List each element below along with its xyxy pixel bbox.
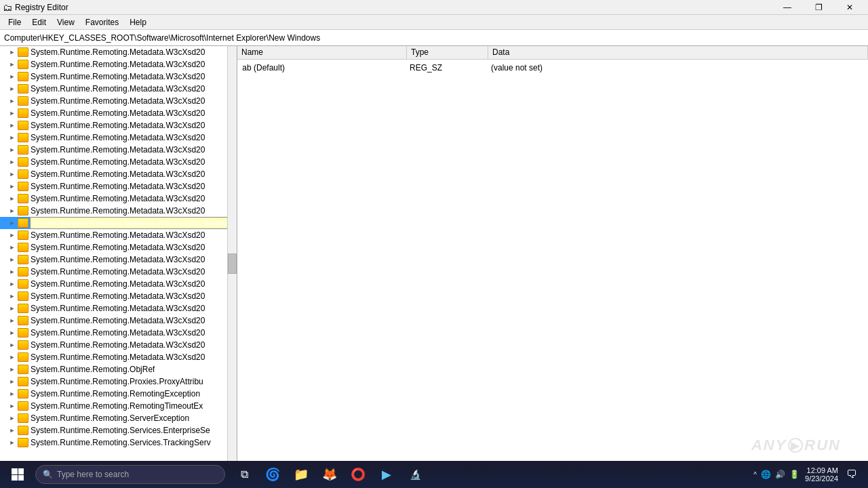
search-bar[interactable]: 🔍 Type here to search — [35, 465, 225, 484]
tree-item-label: System.Runtime.Remoting.Metadata.W3cXsd2… — [31, 340, 205, 350]
expand-arrow[interactable]: ► — [7, 279, 18, 289]
expand-arrow[interactable]: ► — [7, 108, 18, 119]
registry-row[interactable]: ab (Default) REG_SZ (value not set) — [237, 61, 868, 75]
tree-item[interactable]: ►System.Runtime.Remoting.Metadata.W3cXsd… — [0, 327, 227, 339]
expand-arrow[interactable]: ► — [7, 59, 18, 70]
expand-arrow[interactable]: ► — [7, 266, 18, 277]
expand-arrow[interactable]: ► — [7, 425, 18, 436]
expand-arrow[interactable]: ► — [7, 144, 18, 155]
expand-arrow[interactable]: ► — [7, 364, 18, 375]
network-icon[interactable]: 🌐 — [761, 470, 771, 479]
expand-arrow[interactable]: ► — [7, 303, 18, 314]
scrollbar-thumb[interactable] — [228, 253, 237, 274]
tree-item[interactable]: ►System.Runtime.Remoting.Metadata.W3cXsd… — [0, 290, 227, 302]
close-button[interactable]: ✕ — [834, 0, 865, 15]
expand-arrow[interactable]: ► — [7, 96, 18, 106]
expand-arrow[interactable]: ► — [7, 327, 18, 338]
expand-arrow[interactable]: ► — [7, 315, 18, 326]
tb-app-terminal[interactable]: ▶ — [373, 462, 400, 487]
tree-item[interactable]: ►System.Runtime.Remoting.Metadata.W3cXsd… — [0, 339, 227, 351]
start-button[interactable] — [3, 464, 33, 485]
expand-arrow[interactable]: ► — [7, 120, 18, 131]
maximize-button[interactable]: ❐ — [803, 0, 834, 15]
tree-vertical-scrollbar[interactable] — [227, 46, 237, 461]
tree-item[interactable]: ►System.Runtime.Remoting.RemotingTimeout… — [0, 400, 227, 412]
folder-icon — [18, 133, 28, 142]
folder-icon — [18, 157, 28, 167]
tb-app-chrome[interactable]: ⭕ — [344, 462, 372, 487]
tree-item[interactable]: ►System.Runtime.Remoting.Metadata.W3cXsd… — [0, 253, 227, 266]
expand-arrow[interactable]: ► — [7, 205, 18, 216]
menu-file[interactable]: File — [3, 16, 26, 28]
tree-item[interactable]: ►System.Runtime.Remoting.ObjRef — [0, 363, 227, 375]
tree-item[interactable]: ►System.Runtime.Remoting.Metadata.W3cXsd… — [0, 192, 227, 205]
tree-item-label: System.Runtime.Remoting.Metadata.W3cXsd2… — [31, 133, 205, 142]
tree-item[interactable]: ►System.Runtime.Remoting.Metadata.W3cXsd… — [0, 168, 227, 180]
expand-arrow[interactable]: ► — [7, 83, 18, 94]
tree-item[interactable]: ►System.Runtime.Remoting.Metadata.W3cXsd… — [0, 278, 227, 290]
minimize-button[interactable]: — — [772, 0, 803, 15]
tree-item[interactable]: ►System.Runtime.Remoting.Metadata.W3cXsd… — [0, 70, 227, 83]
tree-item[interactable]: ►System.Runtime.Remoting.Metadata.W3cXsd… — [0, 266, 227, 278]
menu-edit[interactable]: Edit — [26, 16, 52, 28]
folder-icon — [18, 377, 28, 386]
expand-arrow[interactable]: ► — [7, 47, 18, 58]
expand-arrow[interactable]: ► — [7, 376, 18, 387]
tree-item[interactable]: ►System.Runtime.Remoting.Metadata.W3cXsd… — [0, 107, 227, 119]
expand-arrow[interactable]: ► — [7, 413, 18, 424]
tb-app-edge[interactable]: 🌀 — [259, 462, 286, 487]
expand-arrow[interactable]: ► — [7, 254, 18, 265]
speaker-icon[interactable]: 🔊 — [775, 470, 785, 479]
menu-favorites[interactable]: Favorites — [80, 16, 124, 28]
tree-item[interactable]: ►System.Runtime.Remoting.Services.Enterp… — [0, 424, 227, 436]
tree-item[interactable]: ►System.Runtime.Remoting.Metadata.W3cXsd… — [0, 217, 227, 229]
expand-arrow[interactable]: ► — [7, 242, 18, 253]
expand-arrow[interactable]: ► — [7, 230, 18, 241]
clock[interactable]: 12:09 AM 9/23/2024 — [805, 466, 838, 483]
tree-item[interactable]: ►System.Runtime.Remoting.Metadata.W3cXsd… — [0, 95, 227, 107]
tb-app-firefox[interactable]: 🦊 — [316, 462, 343, 487]
expand-arrow[interactable]: ► — [7, 401, 18, 411]
tree-item[interactable]: ►System.Runtime.Remoting.Proxies.ProxyAt… — [0, 375, 227, 388]
notification-button[interactable]: 🗨 — [844, 464, 860, 485]
tree-item[interactable]: ►System.Runtime.Remoting.ServerException — [0, 412, 227, 424]
tree-item[interactable]: ►System.Runtime.Remoting.Metadata.W3cXsd… — [0, 58, 227, 70]
tree-item[interactable]: ►System.Runtime.Remoting.Metadata.W3cXsd… — [0, 83, 227, 95]
expand-arrow[interactable]: ► — [7, 218, 18, 228]
tree-item[interactable]: ►System.Runtime.Remoting.Metadata.W3cXsd… — [0, 144, 227, 156]
tb-app-explorer[interactable]: 📁 — [288, 462, 315, 487]
expand-arrow[interactable]: ► — [7, 193, 18, 204]
expand-arrow[interactable]: ► — [7, 181, 18, 192]
tree-item[interactable]: ►System.Runtime.Remoting.Metadata.W3cXsd… — [0, 314, 227, 327]
menu-help[interactable]: Help — [124, 16, 152, 28]
tray-chevron[interactable]: ^ — [753, 471, 757, 479]
tree-item[interactable]: ►System.Runtime.Remoting.Metadata.W3cXsd… — [0, 302, 227, 314]
tb-app-anyrun[interactable]: 🔬 — [401, 462, 429, 487]
expand-arrow[interactable]: ► — [7, 437, 18, 448]
search-placeholder: Type here to search — [57, 470, 129, 479]
expand-arrow[interactable]: ► — [7, 352, 18, 363]
tree-item[interactable]: ►System.Runtime.Remoting.RemotingExcepti… — [0, 388, 227, 400]
battery-icon[interactable]: 🔋 — [789, 470, 800, 479]
expand-arrow[interactable]: ► — [7, 132, 18, 143]
title-text: Registry Editor — [15, 3, 772, 12]
tree-item[interactable]: ►System.Runtime.Remoting.Metadata.W3cXsd… — [0, 205, 227, 217]
expand-arrow[interactable]: ► — [7, 71, 18, 82]
menu-view[interactable]: View — [52, 16, 80, 28]
tree-item[interactable]: ►System.Runtime.Remoting.Metadata.W3cXsd… — [0, 119, 227, 131]
expand-arrow[interactable]: ► — [7, 340, 18, 350]
folder-icon — [18, 352, 28, 362]
tree-item[interactable]: ►System.Runtime.Remoting.Services.Tracki… — [0, 436, 227, 449]
tree-item[interactable]: ►System.Runtime.Remoting.Metadata.W3cXsd… — [0, 241, 227, 253]
tree-item[interactable]: ►System.Runtime.Remoting.Metadata.W3cXsd… — [0, 229, 227, 241]
tree-item[interactable]: ►System.Runtime.Remoting.Metadata.W3cXsd… — [0, 156, 227, 168]
tree-item[interactable]: ►System.Runtime.Remoting.Metadata.W3cXsd… — [0, 180, 227, 192]
expand-arrow[interactable]: ► — [7, 388, 18, 399]
tb-app-task-view[interactable]: ⧉ — [231, 462, 258, 487]
expand-arrow[interactable]: ► — [7, 157, 18, 167]
tree-item[interactable]: ►System.Runtime.Remoting.Metadata.W3cXsd… — [0, 46, 227, 58]
tree-item[interactable]: ►System.Runtime.Remoting.Metadata.W3cXsd… — [0, 131, 227, 144]
tree-item[interactable]: ►System.Runtime.Remoting.Metadata.W3cXsd… — [0, 351, 227, 363]
expand-arrow[interactable]: ► — [7, 291, 18, 302]
expand-arrow[interactable]: ► — [7, 169, 18, 180]
